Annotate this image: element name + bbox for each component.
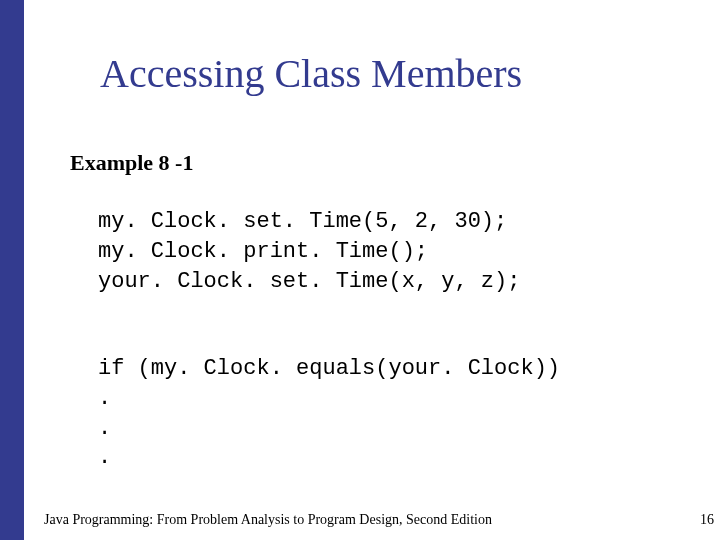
code-line: if (my. Clock. equals(your. Clock)) bbox=[98, 356, 560, 381]
code-line: . bbox=[98, 445, 111, 470]
page-number: 16 bbox=[700, 512, 714, 528]
slide: Accessing Class Members Example 8 -1 my.… bbox=[0, 0, 720, 540]
accent-bar bbox=[0, 0, 24, 540]
slide-body: Example 8 -1 my. Clock. set. Time(5, 2, … bbox=[70, 148, 680, 473]
code-line: your. Clock. set. Time(x, y, z); bbox=[98, 269, 520, 294]
code-line: my. Clock. print. Time(); bbox=[98, 239, 428, 264]
example-label: Example 8 -1 bbox=[70, 148, 680, 178]
code-block-1: my. Clock. set. Time(5, 2, 30); my. Cloc… bbox=[98, 178, 680, 297]
code-line: . bbox=[98, 386, 111, 411]
footer-text: Java Programming: From Problem Analysis … bbox=[44, 512, 492, 528]
code-block-2: if (my. Clock. equals(your. Clock)) . . … bbox=[98, 324, 680, 472]
code-line: my. Clock. set. Time(5, 2, 30); bbox=[98, 209, 507, 234]
code-line: . bbox=[98, 416, 111, 441]
slide-title: Accessing Class Members bbox=[100, 50, 680, 97]
